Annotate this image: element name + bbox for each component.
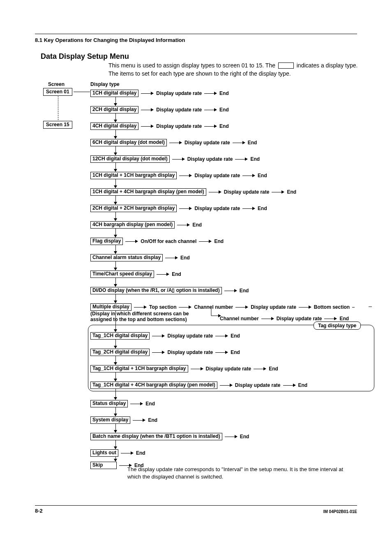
flow-label: End [287, 189, 296, 195]
flow-label: End [298, 382, 308, 388]
arrow-stub-icon [352, 307, 355, 308]
arrow-right-icon [254, 367, 266, 370]
display-type-box: Status display [90, 400, 128, 407]
screen-dashed-line [58, 96, 58, 120]
arrow-right-icon [141, 108, 154, 111]
arrow-down-icon [113, 356, 118, 365]
arrow-down-icon [113, 388, 118, 400]
arrow-right-icon [235, 157, 248, 161]
flow-row: 1CH digital displayDisplay update rateEn… [90, 90, 229, 97]
display-type-box: Channel alarm status display [90, 254, 163, 261]
display-type-box: Tag_1CH digital display [90, 332, 150, 340]
flow-row: 2CH digital + 2CH bargraph displayDispla… [90, 205, 267, 212]
multi-note-1: (Display in which different screens can … [90, 311, 189, 317]
flow-row: 1CH digital + 1CH bargraph displayDispla… [90, 172, 267, 179]
arrow-right-icon [220, 384, 233, 387]
flow-label: Display update rate [235, 382, 281, 388]
arrow-right-icon [157, 273, 169, 276]
flow-row: 12CH digital display (dot model)Display … [90, 155, 260, 163]
arrow-down-icon [113, 372, 118, 382]
arrow-down-icon [113, 339, 118, 349]
arrow-down-icon [113, 113, 118, 123]
flow-label: End [148, 417, 157, 423]
arrow-right-icon [133, 419, 145, 422]
arrow-down-icon [113, 456, 118, 462]
arrow-right-icon [179, 174, 192, 177]
flow-label: End [145, 401, 155, 407]
arrow-right-icon [199, 240, 212, 243]
flow-row: Status displayEnd [90, 400, 155, 407]
flow-row: 6CH digital display (dot model)Display u… [90, 139, 257, 146]
display-type-box: 1CH digital + 1CH bargraph display [90, 172, 177, 179]
multi-elbow2-icon [369, 303, 375, 320]
flow-label: End [240, 288, 249, 294]
arrow-right-icon [283, 384, 296, 387]
flow-row: Batch name display (when the /BT1 option… [90, 433, 249, 440]
intro-text: This menu is used to assign display type… [108, 62, 359, 78]
flow-label: End [172, 271, 181, 277]
flow-row: 1CH digital + 4CH bargraph display (pen … [90, 188, 296, 196]
flow-row: Tag_2CH digital displayDisplay update ra… [90, 349, 240, 356]
arrow-right-icon [169, 141, 182, 144]
arrow-right-icon [125, 240, 138, 243]
arrow-down-icon [113, 97, 118, 106]
screen-connector-line [74, 92, 90, 92]
arrow-right-icon [235, 305, 248, 309]
arrow-right-icon [272, 190, 284, 194]
arrow-right-icon [215, 351, 228, 354]
flow-label: Display update rate [156, 123, 202, 129]
arrow-right-icon [130, 402, 143, 405]
flow-row: Multiple displayTop sectionChannel numbe… [90, 303, 357, 311]
flow-row: Time/Chart speed displayEnd [90, 271, 181, 278]
flow-row: Flag displayOn/Off for each channelEnd [90, 238, 224, 245]
flow-row: DI/DO display (when the /R1, or /A▯ opti… [90, 287, 249, 294]
section-header: 8.1 Key Operations for Changing the Disp… [35, 37, 185, 43]
arrow-right-icon [215, 334, 228, 338]
arrow-down-icon [113, 407, 118, 416]
blank-box-icon [278, 62, 294, 69]
arrow-right-icon [224, 289, 237, 292]
flow-label: End [258, 173, 267, 178]
flow-label: Display update rate [224, 189, 270, 195]
flow-label: Display update rate [167, 349, 213, 355]
arrow-down-icon [113, 261, 118, 271]
flow-row: 2CH digital displayDisplay update rateEn… [90, 106, 229, 113]
flow-label: Display update rate [251, 304, 296, 310]
arrow-right-icon [152, 351, 165, 354]
flow-label: Top section [149, 304, 176, 310]
flow-row: 4CH digital displayDisplay update rateEn… [90, 123, 229, 130]
arrow-right-icon [324, 317, 337, 320]
flow-label: Channel number [220, 316, 259, 321]
arrow-right-icon [165, 256, 178, 259]
screen-15-box: Screen 15 [43, 121, 72, 129]
arrow-right-icon [233, 141, 245, 144]
display-type-box: Tag_2CH digital display [90, 349, 150, 356]
flow-label: Display update rate [194, 206, 240, 211]
flow-label: End [214, 238, 224, 244]
arrow-down-icon [113, 440, 118, 449]
arrow-right-icon [225, 435, 238, 438]
flow-label: End [219, 123, 229, 129]
flow-row: Lights outEnd [90, 449, 145, 457]
arrow-right-icon [261, 317, 274, 320]
flow-label: End [269, 366, 278, 372]
flow-row: Tag_1CH digital + 1CH bargraph displayDi… [90, 365, 278, 372]
flow-label: End [339, 316, 349, 321]
page-title: Data Display Setup Menu [41, 52, 129, 61]
display-type-box: 6CH digital display (dot model) [90, 139, 167, 146]
display-type-box: Lights out [90, 449, 118, 457]
flow-row: System displayEnd [90, 416, 157, 424]
display-type-box: 12CH digital display (dot model) [90, 155, 170, 163]
flow-label: Display update rate [184, 140, 230, 146]
display-type-box: Time/Chart speed display [90, 271, 154, 278]
flow-label: End [219, 107, 229, 113]
arrow-right-icon [141, 125, 154, 128]
flow-row: Tag_1CH digital displayDisplay update ra… [90, 332, 240, 340]
arrow-right-icon [177, 223, 190, 227]
arrow-down-icon [113, 195, 118, 205]
flow-label: Display update rate [277, 316, 322, 321]
flow-label: Display update rate [156, 107, 202, 113]
arrow-right-icon [242, 207, 255, 210]
flow-label: Bottom section [314, 304, 350, 310]
arrow-right-icon [179, 207, 192, 210]
